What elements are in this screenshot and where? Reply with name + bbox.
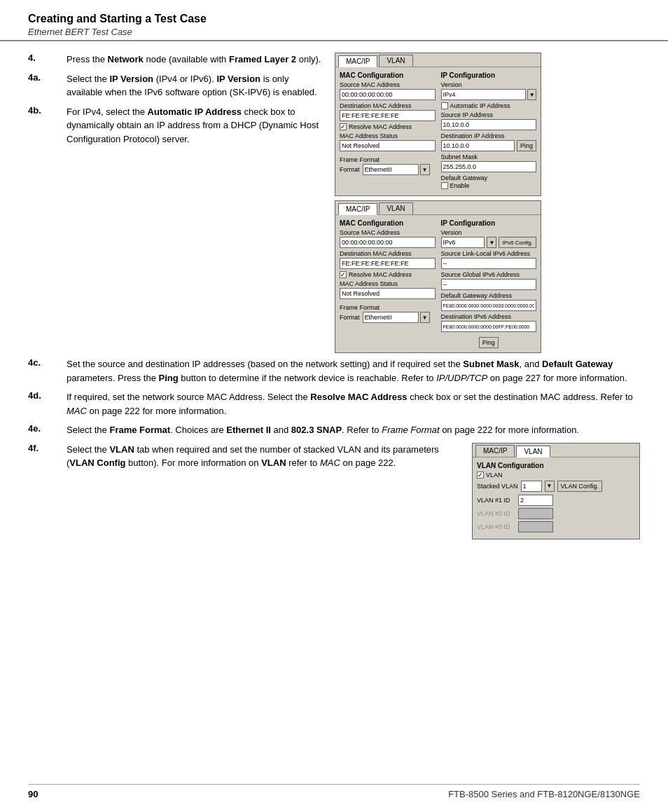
ipv6-dest-mac-input[interactable]	[340, 258, 436, 269]
ipv4-resolve-mac-checkbox[interactable]: ✓	[340, 123, 347, 130]
ipv4-format-arrow[interactable]: ▼	[420, 164, 430, 175]
ipv6-link-local-input[interactable]	[441, 258, 537, 269]
ipv4-source-mac-input[interactable]	[340, 89, 436, 100]
vlan1-input[interactable]	[518, 495, 553, 506]
ipv6-frame-format-label: Frame Format	[340, 304, 436, 311]
ipv6-mac-status-label: MAC Address Status	[340, 280, 436, 287]
step4e-content: Select the Frame Format. Choices are Eth…	[67, 423, 640, 437]
step4e-snap-bold: 802.3 SNAP	[291, 425, 342, 435]
stacked-vlan-label: Stacked VLAN	[477, 483, 518, 490]
ipv6-mac-status-input[interactable]	[340, 288, 436, 299]
ipv4-mac-section: MAC Configuration Source MAC Address Des…	[340, 71, 436, 191]
vlan2-label: VLAN #2 ID	[477, 510, 515, 517]
ipv6-source-global-input[interactable]	[441, 279, 537, 290]
vlan-tab-macip[interactable]: MAC/IP	[475, 445, 515, 457]
vlan-config-button[interactable]: VLAN Config.	[557, 481, 603, 492]
ipv4-format-label2: Format	[340, 166, 360, 173]
ipv4-mac-title: MAC Configuration	[340, 71, 436, 79]
step4e-frameformat-italic: Frame Format	[382, 425, 439, 435]
ipv6-version-input[interactable]	[441, 237, 485, 248]
stacked-vlan-arrow[interactable]: ▼	[545, 481, 555, 492]
ipv4-ping-button[interactable]: Ping	[517, 140, 536, 151]
page-header: Creating and Starting a Test Case Ethern…	[0, 0, 668, 41]
ipv4-gateway-label: Default Gateway	[441, 174, 537, 181]
ipv4-resolve-mac-label: Resolve MAC Address	[349, 123, 412, 130]
ipv6-gateway-input[interactable]	[441, 300, 537, 311]
header-subtitle: Ethernet BERT Test Case	[28, 27, 640, 37]
step4a-ipversion-bold: IP Version	[109, 74, 153, 84]
step4d-mac-italic: MAC	[67, 406, 87, 416]
ipv6-format-value[interactable]	[363, 312, 419, 323]
vlan-checkbox[interactable]: ✓	[477, 472, 484, 479]
ipv4-dest-mac-input[interactable]	[340, 110, 436, 121]
ipv4-auto-ip-checkbox[interactable]	[441, 102, 448, 109]
main-content: 4. Press the Network node (available wit…	[0, 46, 668, 558]
vlan-panel-body: VLAN Configuration ✓ VLAN Stacked VLAN ▼…	[473, 457, 639, 539]
step4f-number: 4f.	[28, 443, 67, 453]
ipv6-resolve-mac-checkbox[interactable]: ✓	[340, 271, 347, 278]
vlan-panel: MAC/IP VLAN VLAN Configuration ✓ VLAN St…	[472, 443, 640, 539]
ipv6-source-mac-input[interactable]	[340, 237, 436, 248]
step4-panels: MAC/IP VLAN MAC Configuration Source MAC…	[335, 53, 541, 357]
ipv4-source-ip-input[interactable]	[441, 119, 537, 130]
ipv4-dest-ip-input[interactable]	[441, 140, 515, 151]
page-footer: 90 FTB-8500 Series and FTB-8120NGE/8130N…	[28, 784, 640, 799]
step4a-number: 4a.	[28, 72, 67, 83]
ipv6-mac-section: MAC Configuration Source MAC Address Des…	[340, 219, 436, 348]
step4-number: 4.	[28, 53, 67, 63]
vlan-tabs: MAC/IP VLAN	[473, 443, 639, 457]
step4f-text: 4f. Select the VLAN tab when required an…	[28, 443, 459, 476]
step4-text-col: 4. Press the Network node (available wit…	[28, 53, 322, 151]
vlan-tab-vlan[interactable]: VLAN	[516, 446, 550, 457]
step4f-vlan2-bold: VLAN	[261, 457, 286, 468]
ipv4-format-value[interactable]	[363, 164, 419, 175]
vlan2-row: VLAN #2 ID	[477, 508, 635, 519]
ipv6-tab-vlan[interactable]: VLAN	[379, 202, 412, 214]
ipv6-dest-input[interactable]	[441, 321, 537, 332]
footer-page-number: 90	[28, 789, 38, 799]
step4b-autoip-bold: Automatic IP Address	[148, 106, 242, 117]
ipv6-dest-mac-label: Destination MAC Address	[340, 250, 436, 257]
step4-network-bold: Network	[108, 54, 144, 64]
ipv4-mac-status-input[interactable]	[340, 140, 436, 151]
ipv4-version-arrow[interactable]: ▼	[527, 89, 536, 100]
ipv6-tab-macip[interactable]: MAC/IP	[338, 203, 377, 215]
step4c-content: Set the source and destination IP addres…	[67, 357, 640, 385]
ipv6-ping-button[interactable]: Ping	[479, 337, 499, 348]
ipv6-version-arrow[interactable]: ▼	[487, 237, 496, 248]
step4d-resolve-bold: Resolve MAC Address	[310, 392, 407, 402]
ipv4-enable-checkbox[interactable]	[441, 182, 448, 189]
ipv4-dest-ip-row: Ping	[441, 140, 537, 151]
vlan3-input	[518, 521, 553, 532]
step4c-ipudptcp-italic: IP/UDP/TCP	[436, 373, 487, 383]
ipv6-format-arrow[interactable]: ▼	[420, 312, 430, 323]
ipv4-panel-body: MAC Configuration Source MAC Address Des…	[335, 67, 541, 195]
ipv6-config-button[interactable]: IPv6 Config.	[499, 237, 536, 248]
ipv4-dest-mac-label: Destination MAC Address	[340, 102, 436, 109]
step4d-content: If required, set the network source MAC …	[67, 390, 640, 418]
ipv6-mac-title: MAC Configuration	[340, 219, 436, 227]
ipv4-auto-ip-row: Automatic IP Address	[441, 102, 537, 109]
step4e-frameformat-bold: Frame Format	[109, 425, 170, 435]
vlan2-input	[518, 508, 553, 519]
stacked-vlan-row: Stacked VLAN ▼ VLAN Config.	[477, 481, 635, 492]
header-title: Creating and Starting a Test Case	[28, 13, 640, 25]
step4d-row: 4d. If required, set the network source …	[28, 390, 640, 418]
ipv4-version-row: ▼	[441, 89, 537, 100]
step4-layout: 4. Press the Network node (available wit…	[28, 53, 640, 357]
ipv4-tab-vlan[interactable]: VLAN	[379, 55, 412, 67]
vlan-checkbox-row: ✓ VLAN	[477, 472, 635, 479]
ipv4-ip-title: IP Configuration	[441, 71, 537, 79]
ipv4-format-row: Format ▼	[340, 164, 436, 175]
step4e-number: 4e.	[28, 423, 67, 434]
ipv6-ip-title: IP Configuration	[441, 219, 537, 227]
ipv4-subnet-input[interactable]	[441, 161, 537, 172]
ipv4-source-ip-label: Source IP Address	[441, 111, 537, 118]
ipv4-tabs: MAC/IP VLAN	[335, 53, 541, 67]
ipv6-source-mac-label: Source MAC Address	[340, 229, 436, 236]
step4e-eth2-bold: Ethernet II	[226, 425, 271, 435]
ipv4-ip-section: IP Configuration Version ▼ Automatic IP …	[441, 71, 537, 191]
ipv4-version-input[interactable]	[441, 89, 527, 100]
ipv4-tab-macip[interactable]: MAC/IP	[338, 55, 377, 67]
stacked-vlan-input[interactable]	[521, 481, 542, 492]
